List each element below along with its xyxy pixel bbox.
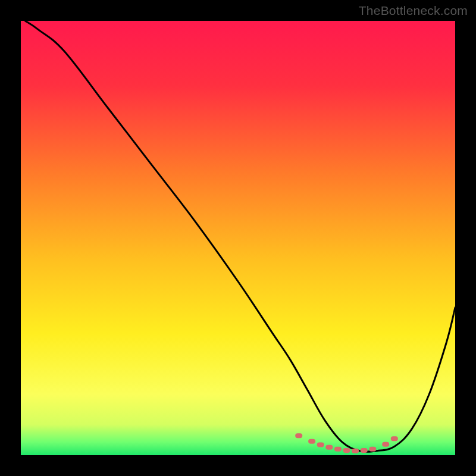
highlight-dot <box>343 448 350 453</box>
plot-area <box>21 21 455 455</box>
highlight-dot <box>369 447 376 452</box>
chart-frame: TheBottleneck.com <box>0 0 476 476</box>
highlight-dot <box>325 445 333 450</box>
highlight-dot <box>308 439 315 444</box>
highlight-dot <box>295 433 302 438</box>
gradient-background <box>21 21 455 455</box>
watermark-text: TheBottleneck.com <box>359 4 468 18</box>
chart-svg <box>21 21 455 455</box>
highlight-dot <box>334 447 342 452</box>
highlight-dot <box>391 436 398 441</box>
highlight-dot <box>382 442 389 447</box>
highlight-dot <box>352 449 359 453</box>
highlight-dot <box>317 442 324 447</box>
highlight-dot <box>361 448 368 453</box>
